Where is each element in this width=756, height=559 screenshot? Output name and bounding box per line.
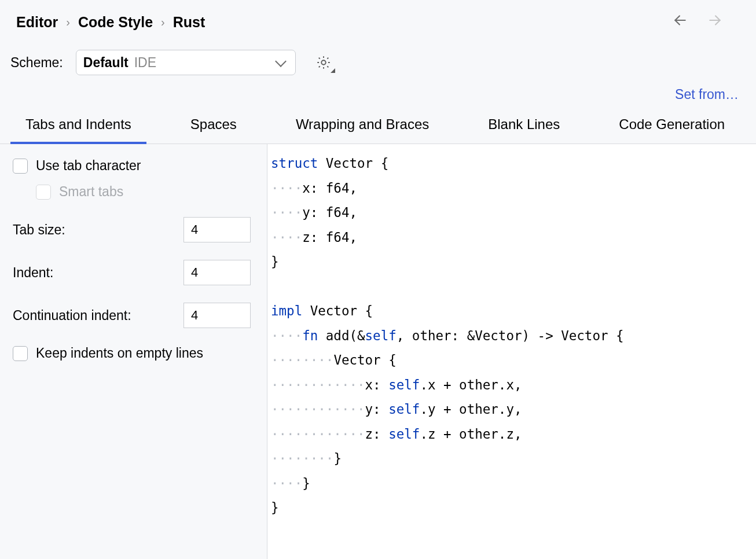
tab-blank-lines[interactable]: Blank Lines — [473, 108, 575, 144]
back-button[interactable] — [673, 13, 688, 31]
tab-tabs-and-indents[interactable]: Tabs and Indents — [10, 108, 146, 144]
tab-spaces[interactable]: Spaces — [175, 108, 252, 144]
continuation-indent-label: Continuation indent: — [13, 308, 131, 323]
tab-size-input[interactable]: 4 — [184, 217, 251, 242]
breadcrumb: Editor › Code Style › Rust — [16, 14, 205, 31]
use-tab-character-checkbox[interactable] — [13, 159, 28, 174]
code-preview: struct Vector { ····x: f64, ····y: f64, … — [267, 144, 756, 559]
forward-button[interactable] — [707, 13, 722, 31]
chevron-right-icon: › — [66, 16, 70, 29]
chevron-right-icon: › — [161, 16, 165, 29]
use-tab-character-label: Use tab character — [36, 158, 141, 174]
svg-point-2 — [321, 60, 325, 64]
chevron-down-icon — [275, 56, 287, 67]
tab-wrapping-and-braces[interactable]: Wrapping and Braces — [281, 108, 444, 144]
scheme-value: Default — [83, 55, 129, 71]
scheme-label: Scheme: — [10, 55, 63, 71]
continuation-indent-input[interactable]: 4 — [184, 303, 251, 328]
scheme-tag: IDE — [134, 55, 156, 71]
scheme-select[interactable]: Default IDE — [76, 50, 296, 75]
smart-tabs-label: Smart tabs — [59, 184, 123, 200]
keep-indents-label: Keep indents on empty lines — [36, 345, 203, 361]
keep-indents-checkbox[interactable] — [13, 346, 28, 361]
breadcrumb-codestyle[interactable]: Code Style — [78, 14, 153, 31]
tab-code-generation[interactable]: Code Generation — [604, 108, 740, 144]
tab-size-label: Tab size: — [13, 222, 65, 238]
breadcrumb-rust: Rust — [173, 14, 205, 31]
indent-label: Indent: — [13, 265, 53, 281]
smart-tabs-checkbox — [36, 185, 51, 200]
options-panel: Use tab character Smart tabs Tab size: 4… — [0, 144, 267, 559]
gear-icon — [315, 54, 332, 71]
set-from-link[interactable]: Set from… — [675, 87, 739, 102]
tabs: Tabs and Indents Spaces Wrapping and Bra… — [0, 108, 756, 144]
indent-input[interactable]: 4 — [184, 260, 251, 285]
scheme-actions-button[interactable] — [315, 54, 332, 71]
breadcrumb-editor[interactable]: Editor — [16, 14, 58, 31]
